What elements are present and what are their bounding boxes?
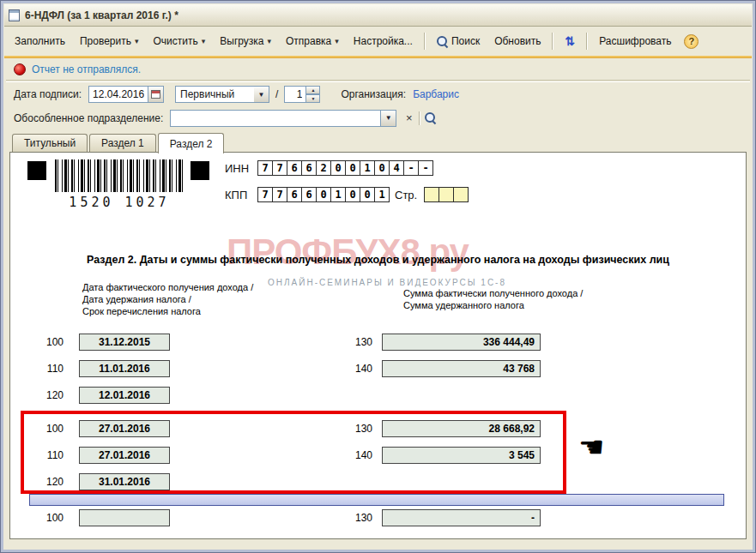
date-field[interactable]: 11.01.2016 — [79, 360, 170, 377]
date-field[interactable]: 31.01.2016 — [79, 473, 170, 490]
form-row: 120 12.01.2016 — [10, 387, 746, 406]
inn-label: ИНН — [225, 162, 249, 175]
date-field[interactable]: 27.01.2016 — [79, 420, 170, 437]
correction-number-field[interactable] — [284, 86, 306, 103]
selection-bar[interactable] — [29, 494, 724, 506]
spinner-down-button[interactable]: ▼ — [306, 94, 320, 103]
division-dropdown-button[interactable]: ▼ — [381, 110, 396, 127]
toolbar-separator — [419, 111, 420, 125]
sum-field[interactable]: 336 444,49 — [382, 334, 541, 351]
inn-cell: - — [418, 160, 433, 176]
kpp-cell: 0 — [360, 187, 375, 202]
date-value: 31.12.2015 — [99, 336, 150, 348]
toolbar-button-settings[interactable]: Настройка... — [347, 31, 420, 51]
inn-cell: 4 — [389, 160, 404, 176]
watermark-title: ПРОФБУХ8.ру — [227, 231, 469, 273]
header-line: Дата удержания налога / — [82, 293, 253, 305]
kpp-cell: 7 — [257, 187, 273, 202]
tab-section-2[interactable]: Раздел 2 — [158, 133, 225, 153]
date-field[interactable]: 31.12.2015 — [79, 334, 170, 351]
date-field[interactable] — [79, 509, 170, 526]
division-search-button[interactable] — [422, 110, 438, 126]
close-icon: × — [406, 111, 413, 124]
row-code-label: 110 — [24, 449, 64, 461]
dropdown-arrow-icon: ▾ — [202, 37, 206, 45]
tab-title-page[interactable]: Титульный — [12, 134, 88, 152]
signature-date-label: Дата подписи: — [14, 88, 82, 100]
toolbar-button-label: Выгрузка — [220, 35, 263, 47]
toolbar-button-reorder[interactable]: ⇅ — [558, 30, 582, 52]
page-label: Стр. — [395, 189, 417, 201]
inn-cell: 0 — [330, 160, 346, 176]
sum-field[interactable]: - — [382, 509, 541, 526]
division-input[interactable] — [170, 110, 381, 127]
report-document-icon — [9, 9, 20, 21]
form-row: 110 11.01.2016 140 43 768 — [10, 360, 746, 379]
toolbar-button-label: Поиск — [451, 35, 480, 47]
row-code-label: 130 — [333, 423, 372, 435]
header-fields-row: Дата подписи: Первичный ▼ / ▲ ▼ — [4, 82, 752, 106]
sum-value: 28 668,92 — [489, 423, 535, 435]
toolbar-separator — [552, 33, 553, 50]
date-value: 12.01.2016 — [99, 389, 150, 401]
window-title: 6-НДФЛ (за 1 квартал 2016 г.) * — [25, 9, 178, 21]
sum-field[interactable]: 43 768 — [382, 360, 541, 377]
inn-cell: 2 — [316, 160, 331, 176]
organization-link[interactable]: Барбарис — [413, 88, 459, 100]
double-arrow-icon: ⇅ — [565, 34, 575, 48]
toolbar-button-decrypt[interactable]: Расшифровать — [592, 31, 678, 51]
sum-field[interactable]: 3 545 — [382, 447, 541, 464]
date-field[interactable]: 27.01.2016 — [79, 447, 170, 464]
date-field[interactable]: 12.01.2016 — [79, 387, 170, 404]
report-type-dropdown-button[interactable]: ▼ — [254, 86, 269, 103]
slash-separator: / — [275, 88, 278, 100]
form-row: 120 31.01.2016 — [10, 473, 746, 492]
kpp-cell: 0 — [345, 187, 360, 202]
help-button[interactable]: ? — [684, 34, 699, 49]
signature-date-field[interactable] — [88, 86, 148, 103]
status-message: Отчет не отправлялся. — [32, 63, 141, 75]
form-row: 110 27.01.2016 140 3 545 — [10, 447, 746, 466]
date-value: 27.01.2016 — [99, 423, 150, 435]
toolbar-button-search[interactable]: Поиск — [430, 31, 487, 51]
calendar-button[interactable] — [148, 86, 164, 103]
division-control: ▼ — [170, 110, 396, 127]
spinner-up-icon: ▲ — [311, 87, 315, 93]
dropdown-arrow-icon: ▾ — [135, 37, 139, 45]
toolbar-button-fill[interactable]: Заполнить — [8, 31, 72, 51]
kpp-cell: 7 — [272, 187, 287, 202]
watermark-subtitle: ОНЛАЙН-СЕМИНАРЫ И ВИДЕОКУРСЫ 1С-8 — [268, 278, 506, 287]
sum-value: 336 444,49 — [483, 336, 535, 348]
toolbar-button-clear[interactable]: Очистить ▾ — [146, 31, 212, 51]
search-icon — [425, 112, 436, 123]
tab-section-1[interactable]: Раздел 1 — [89, 134, 156, 152]
toolbar-button-label: Настройка... — [354, 35, 413, 47]
date-value: 11.01.2016 — [99, 363, 149, 375]
window-titlebar[interactable]: 6-НДФЛ (за 1 квартал 2016 г.) * — [4, 4, 752, 27]
inn-cell: 6 — [287, 160, 302, 176]
kpp-label: КПП — [225, 189, 247, 201]
barcode-number: 1520 1027 — [45, 195, 194, 210]
row-code-label: 130 — [333, 512, 372, 524]
kpp-cell: 6 — [301, 187, 317, 202]
app-window: 6-НДФЛ (за 1 квартал 2016 г.) * Заполнит… — [0, 0, 756, 553]
form-row: 100 130 - — [10, 509, 746, 528]
toolbar-button-export[interactable]: Выгрузка ▾ — [213, 31, 278, 51]
toolbar-button-send[interactable]: Отправка ▾ — [279, 31, 346, 51]
toolbar-button-label: Обновить — [494, 35, 541, 47]
toolbar-button-refresh[interactable]: Обновить — [487, 31, 547, 51]
chevron-down-icon: ▼ — [385, 114, 392, 122]
toolbar-button-verify[interactable]: Проверить ▾ — [73, 31, 146, 51]
sum-field[interactable]: 28 668,92 — [382, 420, 541, 437]
division-clear-button[interactable]: × — [401, 110, 417, 126]
report-type-select[interactable]: Первичный — [175, 86, 254, 103]
signature-date-control — [88, 86, 164, 103]
division-label: Обособленное подразделение: — [14, 112, 163, 124]
search-icon — [437, 36, 448, 47]
toolbar-separator — [586, 33, 588, 50]
corner-marker-left — [27, 161, 46, 180]
calendar-icon — [151, 90, 160, 99]
date-value: 27.01.2016 — [99, 449, 150, 461]
header-line: Сумма удержанного налога — [403, 299, 583, 311]
spinner-up-button[interactable]: ▲ — [306, 86, 320, 94]
